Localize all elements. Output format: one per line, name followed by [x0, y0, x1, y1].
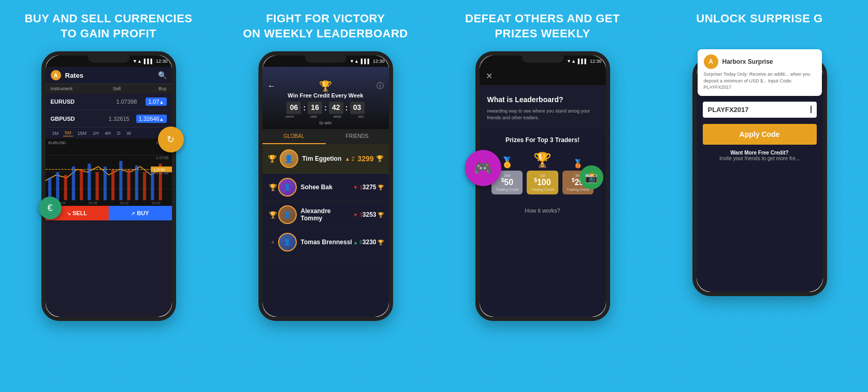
svg-rect-6: [71, 166, 75, 200]
prize-1st-amount: $100: [531, 177, 554, 187]
buy-button[interactable]: ↗ BUY: [109, 206, 172, 220]
label-days: DAYS: [283, 115, 297, 118]
search-icon[interactable]: 🔍: [158, 71, 167, 79]
rank-badge-1: 🏆: [268, 183, 278, 192]
wifi-icon-3: ▌▌▌: [578, 59, 588, 64]
player-row-3[interactable]: 4 👤 Tomas Brennessl ▲ 6 3230 🏆: [263, 229, 389, 256]
time-1: 12:30: [156, 59, 168, 64]
phone-notch-2: [305, 55, 346, 63]
tf-1h[interactable]: 1H: [91, 130, 100, 136]
phone-notch-1: [88, 55, 129, 63]
player-row-1[interactable]: 🏆 👤 Sohee Bak ▼ 1 3275 🏆: [263, 174, 389, 201]
instrument-gbpusd: GBPUSD: [51, 116, 102, 122]
notif-logo: A: [704, 54, 718, 69]
rates-title: Rates: [65, 72, 158, 79]
wl-desc: rewarding way to see where you stand amo…: [487, 108, 598, 121]
lb-tabs: GLOBAL FRIENDS: [263, 129, 389, 144]
tf-5m[interactable]: 5M: [63, 130, 73, 136]
label-hrs: HRS: [307, 115, 321, 118]
rank-change-1: ▼ 1: [353, 185, 363, 190]
col-sell: Sell: [100, 86, 134, 91]
prize-2nd-label: Trading Credit: [496, 188, 518, 191]
label-sep1: [299, 115, 305, 118]
label-sec: SEC: [354, 115, 369, 118]
timeframes-bar: 1M 5M 15M 1H 4H D W ✕: [46, 128, 172, 138]
panel-promo: UNLOCK SURPRISE G A Harborx Surprise Sur…: [651, 0, 868, 392]
svg-rect-7: [80, 170, 83, 201]
gamepad-overlay: 🎮: [465, 150, 501, 186]
notification-card: A Harborx Surprise Surprise! Today Only:…: [698, 49, 822, 96]
sell-gbpusd: 1.32615: [102, 116, 136, 122]
name-tomas: Tomas Brennessl: [301, 239, 353, 246]
camera-button[interactable]: 📸: [580, 165, 603, 189]
refresh-fab[interactable]: ↻: [158, 127, 184, 152]
timer-sep-2: :: [324, 102, 327, 114]
prize-1st-label: Trading Credit: [531, 188, 554, 191]
prize-2nd-icon: 🏅: [501, 156, 514, 169]
timer-mins: 42: [329, 102, 343, 114]
score-2: 3253: [363, 211, 377, 218]
featured-player-row[interactable]: 🏆 👤 Tim Eggetion ▲ 2 3299 🏆: [263, 144, 389, 174]
cursor: [811, 106, 812, 113]
panel1-title: BUY AND SELL CURRENCIES TO GAIN PROFIT: [14, 0, 202, 46]
close-button[interactable]: ✕: [486, 71, 493, 81]
lb-back-btn[interactable]: ←: [268, 81, 276, 91]
phone-2: ▼▲ ▌▌▌ 12:30 ← ⓘ 🏆 Win Free Credit Every…: [258, 51, 393, 321]
lb-timer: 06 : 16 : 42 : 03: [286, 102, 364, 114]
lb-trophy-icon: 🏆: [319, 80, 332, 92]
chart-label: EURUSD: [49, 141, 66, 145]
free-credit-title: Want More Free Credit?: [730, 150, 788, 156]
prize-3rd-icon: 🥉: [573, 159, 583, 169]
panel-trading: BUY AND SELL CURRENCIES TO GAIN PROFIT ▼…: [0, 0, 217, 392]
name-alex: Alexandre Tommy: [301, 207, 353, 222]
buy-gbpusd[interactable]: 1.32646▲: [136, 115, 167, 123]
how-it-works[interactable]: How it works?: [480, 202, 606, 219]
score-trophy-3: 🏆: [378, 240, 384, 245]
timer-sep-3: :: [345, 102, 348, 114]
timer-days: 06: [286, 102, 301, 114]
tab-global[interactable]: GLOBAL: [263, 129, 326, 144]
promo-code-input-wrap[interactable]: PLAYFX2017: [703, 102, 817, 118]
rate-row-eurusd[interactable]: EURUSD 1.07398 1.07▲: [46, 93, 172, 110]
tf-15m[interactable]: 15M: [76, 130, 89, 136]
candlestick-chart: EURUSD 1.0740 1.0735 1.0728: [46, 138, 172, 206]
signal-icon-3: ▼▲: [567, 59, 576, 64]
svg-rect-14: [135, 165, 138, 200]
instrument-eurusd: EURUSD: [51, 99, 108, 105]
tf-1m[interactable]: 1M: [51, 130, 61, 136]
notif-header: A Harborx Surprise: [704, 54, 816, 69]
panel-leaderboard: FIGHT FOR VICTORY ON WEEKLY LEADERBOARD …: [217, 0, 434, 392]
prize-1st-place: 1st: [531, 174, 554, 177]
time-2: 12:30: [373, 59, 385, 64]
lb-subtitle: Win Free Credit Every Week: [288, 92, 364, 99]
timer-labels: DAYS HRS MINS SEC: [283, 115, 369, 118]
lb-info-btn[interactable]: ⓘ: [377, 81, 384, 91]
what-leaderboard: What is Leaderboard? rewarding way to se…: [480, 85, 606, 129]
rank-number-4: 4: [268, 240, 278, 245]
player-row-2[interactable]: 🏆 👤 Alexandre Tommy ▼ 3 3253 🏆: [263, 201, 389, 229]
euro-fab[interactable]: €: [39, 197, 62, 219]
prize-1st-box: 1st $100 Trading Credit: [527, 171, 558, 194]
apply-code-button[interactable]: Apply Code: [703, 124, 817, 145]
svg-rect-11: [111, 170, 114, 201]
rank-change-2: ▼ 3: [353, 212, 363, 218]
tab-friends[interactable]: FRIENDS: [326, 129, 389, 144]
svg-rect-9: [95, 172, 98, 200]
svg-rect-13: [127, 170, 130, 201]
rate-row-gbpusd[interactable]: GBPUSD 1.32615 1.32646▲: [46, 110, 172, 128]
tf-d[interactable]: D: [115, 130, 122, 136]
buy-eurusd[interactable]: 1.07▲: [146, 97, 166, 106]
rates-columns: Instrument Sell Buy: [46, 84, 172, 93]
featured-score-trophy: 🏆: [376, 155, 384, 162]
svg-rect-10: [103, 166, 106, 200]
tf-w[interactable]: W: [125, 130, 133, 136]
featured-score: 3299: [357, 155, 373, 163]
featured-avatar: 👤: [280, 149, 298, 168]
time-3: 12:30: [590, 59, 602, 64]
phone-1: ▼▲ ▌▌▌ 12:30 A Rates 🔍 Instrument Sell B…: [41, 51, 176, 321]
screen-prizes: ▼▲ ▌▌▌ 12:30 ✕ What is Leaderboard? rewa…: [480, 55, 606, 317]
wl-title: What is Leaderboard?: [487, 95, 598, 104]
tf-4h[interactable]: 4H: [104, 130, 113, 136]
score-trophy-1: 🏆: [378, 185, 384, 190]
timer-sep-1: :: [303, 102, 306, 114]
